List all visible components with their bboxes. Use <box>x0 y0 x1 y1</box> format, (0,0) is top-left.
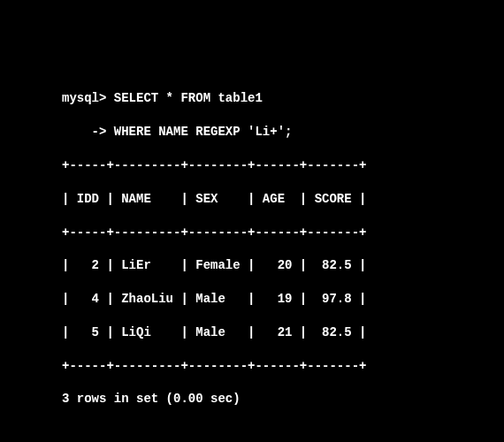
query1-border-mid: +-----+---------+--------+------+-------… <box>62 225 504 241</box>
mysql-terminal: mysql> SELECT * FROM table1 -> WHERE NAM… <box>0 74 504 442</box>
table-row: | 2 | LiEr | Female | 20 | 82.5 | <box>62 257 504 274</box>
query1-border-top: +-----+---------+--------+------+-------… <box>62 157 504 174</box>
query1-border-bottom: +-----+---------+--------+------+-------… <box>62 358 504 375</box>
query1-prompt-line2: -> WHERE NAME REGEXP 'Li+'; <box>62 124 504 141</box>
blank-line <box>62 424 504 441</box>
query1-summary: 3 rows in set (0.00 sec) <box>62 391 504 408</box>
table-row: | 5 | LiQi | Male | 21 | 82.5 | <box>62 324 504 341</box>
table-row: | 4 | ZhaoLiu | Male | 19 | 97.8 | <box>62 291 504 308</box>
query1-header: | IDD | NAME | SEX | AGE | SCORE | <box>62 191 504 208</box>
query1-prompt-line1: mysql> SELECT * FROM table1 <box>62 90 504 107</box>
